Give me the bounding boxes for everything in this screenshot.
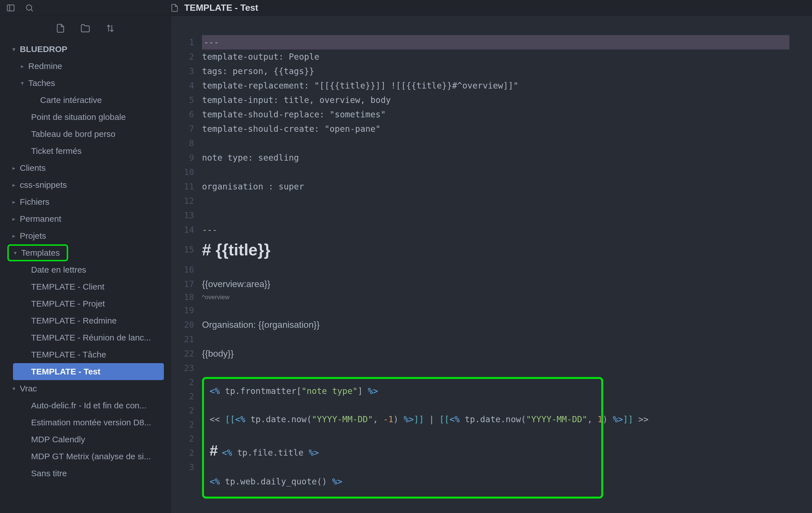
tree-label: Ticket fermés — [31, 146, 82, 156]
code-line[interactable] — [202, 165, 801, 179]
gutter: 1234567891011121314151617181920212223222… — [171, 16, 202, 513]
new-note-icon[interactable] — [55, 23, 66, 34]
tree-label: Estimation montée version D8... — [31, 418, 151, 427]
svg-rect-0 — [7, 5, 14, 11]
folder-item[interactable]: ▸Projets — [0, 227, 166, 244]
new-folder-icon[interactable] — [80, 23, 91, 34]
code-line[interactable] — [202, 208, 801, 222]
code-line[interactable]: {{overview:area}} — [202, 277, 801, 291]
folder-item[interactable]: ▸css-snippets — [0, 177, 166, 193]
svg-point-2 — [26, 5, 32, 10]
file-item[interactable]: Ticket fermés — [0, 142, 166, 160]
tree-label: Point de situation globale — [31, 112, 126, 122]
code-line[interactable]: organisation : super — [202, 179, 801, 194]
code-line[interactable]: template-replacement: "[[{{title}}]] ![[… — [202, 78, 801, 93]
file-item[interactable]: TEMPLATE - Projet — [0, 295, 166, 312]
svg-line-3 — [31, 9, 33, 11]
file-item[interactable]: Point de situation globale — [0, 109, 166, 126]
document-icon — [170, 3, 180, 13]
sidebar: ▾BLUEDROP▸Redmine▾TachesCarte intéractiv… — [0, 16, 171, 513]
tree-label: Redmine — [28, 61, 62, 71]
tree-label: MDP Calendly — [31, 435, 85, 444]
tree-label: Auto-delic.fr - Id et fin de con... — [31, 401, 147, 410]
tree-label: TEMPLATE - Redmine — [31, 316, 117, 325]
code-line[interactable]: --- — [202, 222, 801, 237]
code-line[interactable]: # {{title}} — [202, 237, 801, 263]
code-line[interactable] — [202, 136, 801, 151]
code-line[interactable] — [202, 303, 801, 318]
tree-label: TEMPLATE - Client — [31, 282, 105, 292]
tree-label: Permanent — [20, 214, 61, 224]
code-line[interactable]: template-should-create: "open-pane" — [202, 122, 801, 136]
tree-label: Sans titre — [31, 468, 67, 478]
file-item[interactable]: TEMPLATE - Tâche — [0, 346, 166, 363]
folder-item[interactable]: ▾Vrac — [0, 380, 166, 397]
sort-icon[interactable] — [105, 23, 116, 34]
folder-item[interactable]: ▸Fichiers — [0, 193, 166, 210]
highlighted-templater-block[interactable]: <% tp.frontmatter["note type"] %><< [[<%… — [202, 377, 603, 498]
file-item[interactable]: Carte intéractive — [0, 91, 166, 109]
tree-label: TEMPLATE - Test — [31, 367, 100, 376]
tree-label: TEMPLATE - Projet — [31, 299, 105, 308]
editor[interactable]: 1234567891011121314151617181920212223222… — [171, 16, 812, 513]
document-title: TEMPLATE - Test — [184, 3, 258, 13]
code-line[interactable]: Organisation: {{organisation}} — [202, 318, 801, 332]
file-item[interactable]: TEMPLATE - Client — [0, 278, 166, 295]
file-item[interactable]: TEMPLATE - Redmine — [0, 312, 166, 329]
folder-item[interactable]: ▸Clients — [0, 160, 166, 177]
file-item[interactable]: MDP Calendly — [0, 431, 166, 448]
code-line[interactable]: tags: person, {{tags}} — [202, 64, 801, 78]
folder-item[interactable]: ▾Templates — [7, 244, 68, 261]
file-item[interactable]: Estimation montée version D8... — [0, 414, 166, 431]
tree-label: Carte intéractive — [40, 95, 102, 105]
code-line[interactable] — [202, 194, 801, 208]
tree-label: MDP GT Metrix (analyse de si... — [31, 452, 151, 461]
sidebar-toggle-icon[interactable] — [6, 3, 16, 13]
file-tree[interactable]: ▾BLUEDROP▸Redmine▾TachesCarte intéractiv… — [0, 41, 171, 513]
file-item[interactable]: TEMPLATE - Test — [13, 363, 164, 380]
titlebar: TEMPLATE - Test — [0, 0, 812, 16]
code-line[interactable]: {{body}} — [202, 346, 801, 361]
code-line[interactable]: --- — [202, 35, 789, 50]
code-line[interactable]: template-input: title, overview, body — [202, 93, 801, 107]
code-content[interactable]: ---template-output: Peopletags: person, … — [202, 16, 812, 513]
folder-item[interactable]: ▸Redmine — [0, 58, 166, 75]
file-item[interactable]: Auto-delic.fr - Id et fin de con... — [0, 397, 166, 414]
file-item[interactable]: Sans titre — [0, 465, 166, 482]
tree-label: Taches — [28, 78, 55, 88]
folder-item[interactable]: ▸Permanent — [0, 210, 166, 227]
folder-item[interactable]: ▾Taches — [0, 75, 166, 91]
tree-label: Projets — [20, 231, 46, 241]
file-item[interactable]: TEMPLATE - Réunion de lanc... — [0, 329, 166, 346]
file-item[interactable]: Tableau de bord perso — [0, 126, 166, 142]
tree-label: Date en lettres — [31, 265, 86, 275]
vault-root[interactable]: ▾BLUEDROP — [0, 41, 166, 58]
tree-label: Templates — [21, 248, 60, 258]
code-line[interactable] — [202, 361, 801, 375]
tree-label: TEMPLATE - Réunion de lanc... — [31, 333, 151, 343]
code-line[interactable]: ^overview — [202, 291, 801, 303]
code-line[interactable]: note type: seedling — [202, 151, 801, 165]
tree-label: Clients — [20, 163, 46, 173]
code-line[interactable] — [202, 263, 801, 277]
file-item[interactable]: MDP GT Metrix (analyse de si... — [0, 448, 166, 465]
code-line[interactable]: template-output: People — [202, 50, 801, 64]
file-item[interactable]: Date en lettres — [0, 261, 166, 278]
code-line[interactable] — [202, 332, 801, 346]
tree-label: Tableau de bord perso — [31, 129, 116, 139]
tree-label: Vrac — [20, 384, 37, 394]
search-icon[interactable] — [24, 3, 34, 13]
tree-label: TEMPLATE - Tâche — [31, 350, 106, 359]
tree-label: css-snippets — [20, 180, 67, 190]
tree-label: Fichiers — [20, 197, 50, 207]
code-line[interactable]: template-should-replace: "sometimes" — [202, 107, 801, 122]
